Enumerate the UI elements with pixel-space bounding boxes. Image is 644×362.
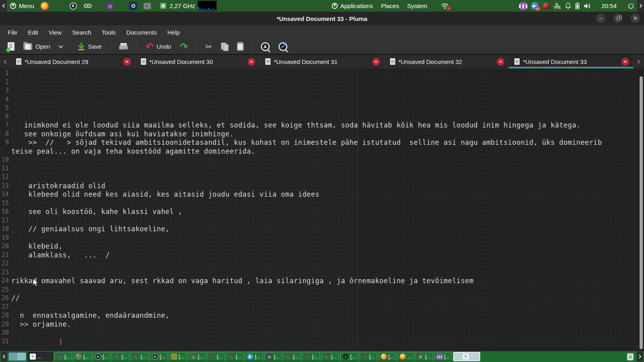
line-number[interactable]: 3 — [0, 86, 11, 95]
line-number[interactable]: 19 — [0, 234, 11, 243]
tabs-scroll-right[interactable] — [634, 55, 644, 68]
line-number[interactable]: 6 — [0, 113, 11, 121]
tab-close-button[interactable]: ✕ — [621, 58, 629, 66]
scrollbar-thumb[interactable] — [640, 76, 643, 349]
taskbar-window-button[interactable]: [... — [130, 352, 148, 361]
cpu-graph[interactable] — [198, 1, 217, 11]
taskbar-window-button[interactable]: [... — [245, 352, 262, 361]
places-menu[interactable]: Places — [378, 0, 402, 12]
editor-line[interactable]: 23 — [0, 268, 644, 277]
print-button[interactable] — [116, 40, 132, 53]
open-button[interactable]: Open — [20, 40, 54, 53]
window-titlebar[interactable]: *Unsaved Document 33 - Pluma – ✕ — [0, 12, 644, 25]
line-number[interactable]: 20 — [0, 242, 11, 251]
line-number[interactable]: 25 — [0, 286, 11, 294]
panel-scroll-left-button[interactable] — [0, 0, 7, 12]
workspace-2[interactable] — [17, 353, 26, 360]
line-number[interactable]: 5 — [0, 104, 11, 113]
clock[interactable]: 20:54 — [598, 0, 620, 12]
editor-line[interactable]: 13 aristokraadid olid — [0, 182, 644, 191]
editor-line[interactable]: 10 — [0, 156, 644, 165]
document-tab[interactable]: *Unsaved Document 32 ✕ — [384, 55, 509, 68]
undo-button[interactable]: ↶ Undo — [142, 40, 175, 53]
tray-network-offline[interactable]: x — [554, 0, 561, 12]
line-number[interactable]: 30 — [0, 329, 11, 337]
line-number[interactable]: 24 — [0, 277, 11, 286]
line-number[interactable]: 15 — [0, 199, 11, 208]
workspace-switcher[interactable] — [8, 352, 26, 361]
taskbar-window-button[interactable]: [... — [378, 352, 396, 361]
new-document-button[interactable] — [4, 40, 18, 53]
terminal-launcher[interactable]: >_ — [140, 0, 154, 12]
tab-close-button[interactable]: ✕ — [123, 58, 131, 66]
editor-line[interactable]: 3 — [0, 86, 644, 95]
editor-line[interactable]: 2 — [0, 78, 644, 87]
menubar-item[interactable]: Edit — [23, 25, 43, 39]
panel-scroll-right-button[interactable] — [637, 0, 644, 12]
line-number[interactable]: 22 — [0, 259, 11, 268]
editor-line[interactable]: 25 — [0, 286, 644, 294]
taskbar-window-button[interactable]: [... — [111, 352, 129, 361]
minimize-button[interactable]: – — [596, 14, 605, 23]
menubar-item[interactable]: File — [2, 25, 23, 39]
shutdown-button[interactable] — [625, 0, 637, 12]
taskbar-window-button[interactable]: [... — [264, 352, 282, 361]
menubar-item[interactable]: Search — [67, 25, 97, 39]
editor-line[interactable]: 24 rikkad omavahel saavad aru, sest rkka… — [0, 277, 644, 286]
close-button[interactable]: ✕ — [631, 14, 640, 23]
editor-line[interactable]: 14 klebeed olid need kes aiasid, kes ait… — [0, 190, 644, 199]
editor-line[interactable]: 1 — [0, 69, 644, 78]
document-tab[interactable]: *Unsaved Document 33 ✕ — [509, 55, 634, 68]
line-number[interactable]: 7 — [0, 121, 11, 130]
vertical-scrollbar[interactable] — [639, 68, 644, 351]
editor-line[interactable]: 12 — [0, 173, 644, 182]
battery-status[interactable] — [575, 0, 580, 12]
line-number[interactable]: 11 — [0, 165, 11, 173]
line-number[interactable] — [0, 147, 11, 156]
menubar-item[interactable]: Help — [162, 25, 185, 39]
replace-button[interactable] — [275, 40, 291, 53]
applications-menu[interactable]: Applications — [328, 0, 376, 12]
tasklist-scroll-left[interactable] — [1, 352, 7, 362]
document-tab[interactable]: *Unsaved Document 31 ✕ — [260, 55, 384, 68]
editor-line[interactable]: 31 — [0, 337, 644, 346]
paste-button[interactable] — [233, 40, 247, 53]
line-number[interactable]: 27 — [0, 303, 11, 312]
editor-line[interactable]: 19 — [0, 234, 644, 243]
tray-audio-app[interactable]: ❚❚❚ — [520, 0, 527, 12]
tray-status-app[interactable] — [543, 0, 550, 12]
tor-launcher[interactable]: ◎ — [103, 0, 117, 12]
system-menu[interactable]: System — [404, 0, 430, 12]
line-number[interactable]: 23 — [0, 268, 11, 277]
taskbar-window-button[interactable]: [... — [340, 352, 358, 361]
settings-launcher[interactable]: ⚙⚙ — [80, 0, 93, 12]
editor-line[interactable]: 21 alamklass, ... / — [0, 251, 644, 260]
taskbar-window-button[interactable]: ... — [397, 352, 414, 361]
tasklist-scroll-right[interactable] — [637, 352, 643, 362]
editor-line[interactable]: 17 — [0, 216, 644, 225]
line-number[interactable]: 31 — [0, 337, 11, 346]
line-number[interactable]: 28 — [0, 311, 11, 320]
app-o-launcher[interactable]: O — [126, 0, 140, 12]
line-number[interactable]: 14 — [0, 190, 11, 199]
taskbar-window-button[interactable]: [... — [434, 352, 452, 361]
line-number[interactable]: 21 — [0, 251, 11, 260]
taskbar-window-button[interactable]: [... — [226, 352, 244, 361]
editor-line[interactable]: 27 — [0, 303, 644, 312]
network-status[interactable]: − — [441, 3, 449, 9]
taskbar-window-button[interactable]: [... — [150, 352, 167, 361]
line-number[interactable]: 2 — [0, 78, 11, 87]
taskbar-window-button[interactable]: [... — [188, 352, 205, 361]
find-button[interactable]: A — [257, 40, 273, 53]
tab-close-button[interactable]: ✕ — [248, 58, 255, 66]
document-tab[interactable]: *Unsaved Document 30 ✕ — [135, 55, 260, 68]
open-recent-dropdown[interactable] — [56, 40, 66, 53]
editor-line[interactable]: 18 // geniaalsus ongi lihtsakoeline, — [0, 225, 644, 234]
taskbar-window-button[interactable]: [... — [283, 352, 301, 361]
line-number[interactable]: 12 — [0, 173, 11, 182]
text-editor[interactable]: 1 2 3 4 5 — [0, 68, 644, 351]
taskbar-window-button[interactable]: [... — [207, 352, 225, 361]
editor-line[interactable]: teise peal... on vaja teha koostööd agam… — [0, 147, 644, 156]
workspace-1[interactable] — [9, 353, 17, 360]
taskbar-window-button[interactable]: [... — [169, 352, 186, 361]
